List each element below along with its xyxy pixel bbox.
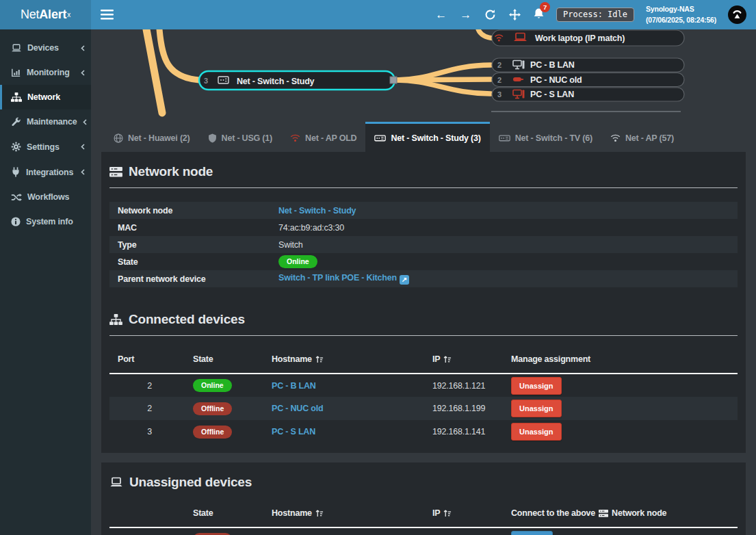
laptop-icon	[109, 477, 123, 488]
main-content: 3 Net - Switch - Study	[91, 0, 756, 535]
column-header-hostname[interactable]: Hostname	[263, 499, 424, 527]
sidebar-item-maintenance[interactable]: Maintenance	[0, 109, 91, 134]
info-row: Network node Net - Switch - Study	[109, 202, 738, 219]
sidebar-item-label: Network	[27, 92, 60, 102]
info-row: State Online	[109, 253, 738, 270]
hostname-link[interactable]: PC - B LAN	[272, 381, 316, 391]
table-row: Offline Chromecast 127.0.0.1 Assign	[109, 527, 738, 535]
port-cell: 2	[109, 397, 185, 420]
ip-cell: 127.0.0.1	[424, 527, 503, 535]
node-label: PC - B LAN	[530, 60, 575, 70]
info-row: MAC 74:ac:b9:ad:c3:30	[109, 219, 738, 236]
sidebar-item-monitoring[interactable]: Monitoring	[0, 60, 91, 85]
column-header-text: Hostname	[272, 508, 312, 518]
chart-icon	[11, 68, 21, 77]
column-header-manage: Manage assignment	[503, 345, 738, 374]
switch-icon	[499, 133, 510, 142]
tab-net-switch-study[interactable]: Net - Switch - Study (3)	[365, 122, 489, 152]
sidebar-item-workflows[interactable]: Workflows	[0, 185, 91, 209]
forward-arrow-icon[interactable]: →	[459, 8, 472, 21]
unassign-button[interactable]: Unassign	[511, 400, 562, 417]
notification-count-badge: 7	[540, 2, 550, 12]
sidebar-item-label: System info	[26, 217, 73, 226]
sort-icon	[443, 509, 452, 517]
table-header-row: State Hostname IP Connect to the aboveNe…	[109, 499, 738, 527]
tab-net-switch-tv[interactable]: Net - Switch - TV (6)	[490, 122, 601, 152]
chevron-left-icon	[81, 144, 85, 150]
sidebar-item-integrations[interactable]: Integrations	[0, 159, 91, 185]
sidebar-item-network[interactable]: Network	[0, 85, 91, 109]
chevron-left-icon	[81, 169, 85, 175]
info-label: Parent network device	[109, 270, 270, 287]
sort-icon	[315, 509, 324, 517]
refresh-icon[interactable]	[484, 8, 497, 21]
sidebar: Devices Monitoring Network Maintenance S…	[0, 29, 91, 535]
node-label: PC - NUC old	[530, 75, 582, 85]
column-header-hostname[interactable]: Hostname	[263, 345, 424, 374]
unassign-button[interactable]: Unassign	[511, 377, 562, 395]
chevron-left-icon	[83, 119, 87, 125]
info-circle-icon	[11, 217, 21, 226]
tab-net-huawei[interactable]: Net - Huawei (2)	[105, 122, 199, 152]
column-header-ip[interactable]: IP	[424, 345, 503, 374]
column-header-port: Port	[109, 345, 185, 374]
hostname-link[interactable]: PC - S LAN	[272, 427, 315, 436]
laptop-icon	[11, 44, 22, 53]
table-header-row: Port State Hostname IP Manage assignment	[109, 345, 738, 374]
network-node-panel: Network node Network node Net - Switch -…	[101, 152, 746, 453]
table-row: 3 Offline PC - S LAN 192.168.1.141 Unass…	[109, 420, 738, 443]
column-header-text: IP	[432, 354, 440, 364]
column-header-ip[interactable]: IP	[424, 499, 503, 527]
tab-net-ap[interactable]: Net - AP (57)	[601, 122, 683, 152]
chevron-left-icon	[81, 45, 85, 51]
sort-icon	[315, 355, 324, 363]
status-badge: Online	[193, 379, 232, 392]
move-icon[interactable]	[508, 8, 521, 21]
connected-devices-section-title: Connected devices	[109, 312, 738, 327]
status-badge: Offline	[193, 426, 232, 439]
node-pc-s-lan[interactable]: 3 PC - S LAN	[492, 88, 684, 101]
tab-label: Net - Huawei (2)	[128, 133, 190, 143]
tab-label: Net - AP OLD	[305, 133, 356, 143]
sidebar-item-settings[interactable]: Settings	[0, 134, 91, 159]
section-title-text: Unassigned devices	[129, 475, 252, 490]
column-header-text: Hostname	[272, 354, 312, 364]
type-value: Switch	[270, 236, 738, 253]
tab-net-usg[interactable]: Net - USG (1)	[199, 122, 282, 152]
notifications-button[interactable]: 7	[533, 8, 545, 23]
back-arrow-icon[interactable]: ←	[434, 8, 447, 21]
sitemap-icon	[109, 314, 122, 325]
info-label: Network node	[109, 202, 270, 219]
external-link-icon: ↗	[400, 275, 409, 285]
globe-icon	[114, 133, 123, 143]
network-topology-diagram: 3 Net - Switch - Study	[91, 29, 756, 122]
unassign-button[interactable]: Unassign	[511, 423, 562, 441]
user-avatar-icon	[730, 8, 744, 22]
sidebar-item-system-info[interactable]: System info	[0, 209, 91, 234]
gear-icon	[11, 142, 21, 152]
network-node-tabs: Net - Huawei (2) Net - USG (1) Net - AP …	[91, 122, 756, 152]
node-net-switch-study[interactable]: 3 Net - Switch - Study	[199, 71, 397, 90]
assign-button[interactable]: Assign	[511, 531, 553, 535]
sidebar-toggle-button[interactable]	[101, 0, 124, 29]
node-work-laptop[interactable]: Work laptop (IP match)	[492, 30, 684, 46]
table-row: 2 Offline PC - NUC old 192.168.1.199 Una…	[109, 397, 738, 420]
user-avatar[interactable]	[728, 5, 746, 24]
app-logo[interactable]: NetAlertx	[0, 0, 91, 29]
node-pc-b-lan[interactable]: 2 PC - B LAN	[492, 58, 684, 72]
node-pc-nuc-old[interactable]: 2 PC - NUC old	[492, 73, 684, 87]
shuffle-icon	[11, 193, 22, 202]
section-title-text: Connected devices	[129, 312, 245, 327]
port-cell: 2	[109, 374, 185, 397]
tab-net-ap-old[interactable]: Net - AP OLD	[281, 122, 365, 152]
status-badge: Online	[278, 255, 317, 268]
sidebar-item-devices[interactable]: Devices	[0, 36, 91, 60]
sidebar-item-label: Monitoring	[27, 68, 70, 77]
parent-device-link[interactable]: Switch - TP link POE - Kitchen↗	[278, 273, 409, 283]
wifi-icon	[610, 133, 621, 142]
hostname-link[interactable]: PC - NUC old	[272, 404, 323, 413]
ip-cell: 192.168.1.199	[424, 397, 503, 420]
node-label: PC - S LAN	[530, 90, 574, 99]
network-node-link[interactable]: Net - Switch - Study	[278, 206, 356, 216]
node-connector-handle[interactable]	[390, 77, 397, 83]
